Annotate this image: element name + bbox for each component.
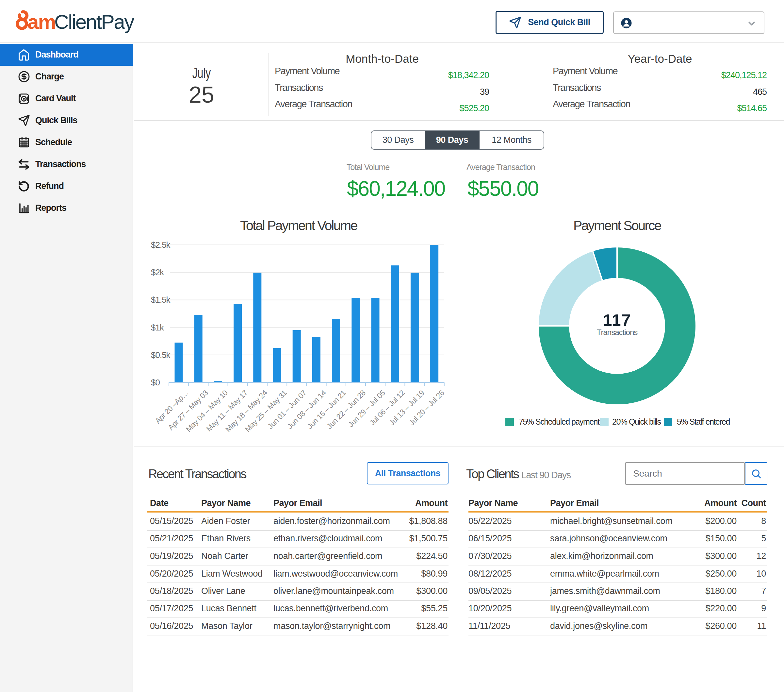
svg-text:Jul 20 – Jul 26: Jul 20 – Jul 26 — [407, 388, 446, 427]
svg-text:$0.5k: $0.5k — [151, 350, 171, 360]
svg-text:Apr 20 –Ap…: Apr 20 –Ap… — [153, 388, 190, 425]
svg-text:$0: $0 — [151, 378, 160, 387]
svg-text:$2k: $2k — [151, 268, 164, 277]
svg-text:$2.5k: $2.5k — [151, 240, 171, 250]
svg-text:$1.5k: $1.5k — [151, 295, 171, 305]
svg-text:$1k: $1k — [151, 323, 164, 332]
